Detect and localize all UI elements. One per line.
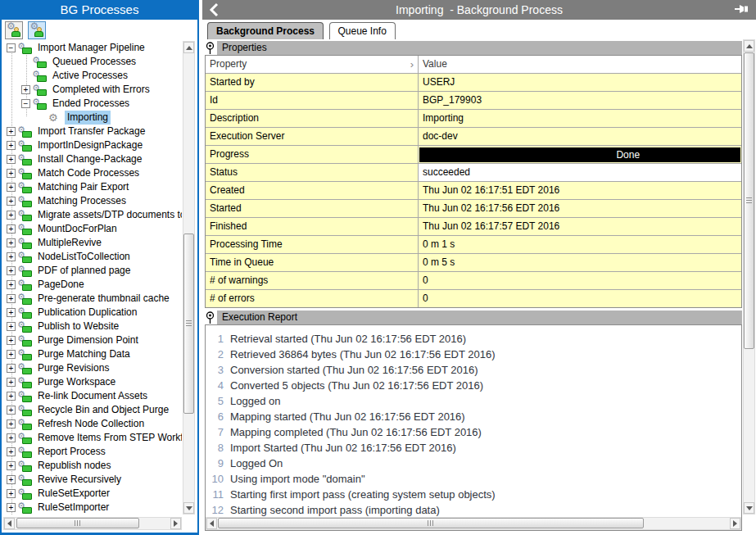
property-row[interactable]: # of errors0 (206, 289, 741, 307)
expand-expander-icon[interactable]: + (7, 392, 16, 401)
tree-item[interactable]: +⚙Install Change-Package (3, 152, 182, 166)
tree-item-label[interactable]: RuleSetImporter (35, 501, 111, 515)
column-header-value[interactable]: Value (419, 56, 741, 73)
tree-item[interactable]: +⚙Matching Processes (3, 194, 182, 208)
tree-item-label[interactable]: MultipleRevive (35, 236, 104, 250)
tree-item-label[interactable]: Publication Duplication (35, 306, 139, 320)
tree-item-label[interactable]: Remove Items From STEP Workflow (35, 431, 182, 445)
tree-item-label[interactable]: PageDone (35, 278, 87, 292)
tree-item[interactable]: +⚙Migrate assets/DTP documents to the (3, 208, 182, 222)
tree-item[interactable]: +⚙Refresh Node Collection (3, 417, 182, 431)
tree-item-label[interactable]: Matching Pair Export (35, 180, 131, 194)
tree-item[interactable]: +⚙Republish nodes (3, 459, 182, 473)
property-row[interactable]: IdBGP_179903 (206, 91, 741, 109)
tree-item[interactable]: +⚙Remove Items From STEP Workflow (3, 431, 182, 445)
tree-hscroll-thumb[interactable] (16, 518, 139, 528)
tree-item-label[interactable]: ImportInDesignPackage (35, 138, 145, 152)
expand-expander-icon[interactable]: + (7, 419, 16, 428)
tree-item[interactable]: +⚙MountDocForPlan (3, 222, 182, 236)
tree-item-label[interactable]: Refresh Node Collection (35, 417, 147, 431)
filter-my-processes-button[interactable]: ⚙ (5, 21, 23, 39)
tree-item[interactable]: +⚙ImportInDesignPackage (3, 138, 182, 152)
tree-item-label[interactable]: Purge Dimension Point (35, 333, 141, 347)
tree-item-label[interactable]: Migrate assets/DTP documents to the (35, 208, 182, 222)
tree-item-label[interactable]: Import Transfer Package (35, 125, 147, 138)
property-row[interactable]: Started byUSERJ (206, 73, 741, 91)
tree-item[interactable]: ⚙Active Processes (3, 69, 182, 83)
tree-item-label[interactable]: Queued Processes (50, 55, 138, 69)
tree-item[interactable]: +⚙Pre-generate thumbnail cache (3, 292, 182, 306)
scroll-down-button[interactable] (183, 502, 194, 514)
scroll-up-button[interactable] (183, 42, 194, 53)
expand-expander-icon[interactable]: + (7, 433, 16, 442)
expand-expander-icon[interactable]: + (7, 266, 16, 275)
tree-item[interactable]: ⚙Queued Processes (3, 55, 182, 69)
expand-expander-icon[interactable]: + (7, 503, 16, 512)
expand-expander-icon[interactable]: + (7, 364, 16, 373)
tree-item[interactable]: +⚙Revive Recursively (3, 473, 182, 487)
tree-item-label[interactable]: Importing (65, 111, 111, 125)
tree-vscroll-thumb[interactable] (183, 233, 194, 414)
expand-expander-icon[interactable]: + (7, 238, 16, 247)
tree-item-label[interactable]: Re-link Document Assets (35, 389, 150, 403)
expand-expander-icon[interactable]: + (7, 336, 16, 345)
property-row[interactable]: FinishedThu Jun 02 16:17:57 EDT 2016 (206, 217, 741, 235)
scroll-down-button[interactable] (744, 502, 754, 514)
tree-item[interactable]: +⚙Publish to Website (3, 320, 182, 333)
expand-expander-icon[interactable]: + (7, 308, 16, 317)
tree-item[interactable]: +⚙Purge Revisions (3, 361, 182, 375)
tree-item[interactable]: +⚙Match Code Processes (3, 166, 182, 180)
column-header-property[interactable]: Property › (206, 56, 419, 73)
tree-item-label[interactable]: NodeListToCollection (35, 250, 133, 264)
section-pin-icon[interactable] (205, 41, 217, 55)
report-hscroll-thumb[interactable] (218, 518, 644, 528)
property-row[interactable]: Time in Queue0 m 5 s (206, 253, 741, 271)
tab-queue-info[interactable]: Queue Info (329, 22, 396, 39)
report-horizontal-scrollbar[interactable] (206, 517, 741, 530)
tree-item-label[interactable]: Purge Revisions (35, 361, 111, 375)
tree-item[interactable]: −⚙Import Manager Pipeline (3, 41, 182, 55)
detail-vertical-scrollbar[interactable] (743, 39, 755, 515)
section-pin-icon[interactable] (205, 311, 217, 324)
property-row[interactable]: Execution Serverdoc-dev (206, 127, 741, 145)
property-row[interactable]: Statussucceeded (206, 163, 741, 181)
expand-expander-icon[interactable]: + (7, 322, 16, 331)
show-all-processes-button[interactable]: ⚙ (28, 21, 46, 39)
property-row[interactable]: DescriptionImporting (206, 109, 741, 127)
scroll-right-button[interactable] (170, 518, 181, 529)
collapse-expander-icon[interactable]: − (7, 43, 16, 52)
expand-expander-icon[interactable]: + (7, 155, 16, 164)
property-row[interactable]: Processing Time0 m 1 s (206, 235, 741, 253)
property-row[interactable]: # of warnings0 (206, 271, 741, 289)
expand-expander-icon[interactable]: + (7, 141, 16, 150)
expand-expander-icon[interactable]: + (7, 169, 16, 178)
tree-item-label[interactable]: Completed with Errors (50, 83, 152, 97)
expand-expander-icon[interactable]: + (7, 447, 16, 456)
tree-item[interactable]: +⚙PageDone (3, 278, 182, 292)
tree-item-label[interactable]: Active Processes (50, 69, 130, 83)
property-row[interactable]: StartedThu Jun 02 16:17:56 EDT 2016 (206, 199, 741, 217)
pushpin-icon[interactable] (735, 3, 749, 15)
tree-item-label[interactable]: Purge Workspace (35, 375, 118, 389)
tree-item[interactable]: +⚙RuleSetImporter (3, 501, 182, 515)
property-row[interactable]: CreatedThu Jun 02 16:17:51 EDT 2016 (206, 181, 741, 199)
expand-expander-icon[interactable]: + (7, 350, 16, 359)
tree-item[interactable]: −⚙Ended Processes (3, 97, 182, 111)
collapse-expander-icon[interactable]: − (21, 99, 30, 108)
expand-expander-icon[interactable]: + (7, 461, 16, 470)
expand-expander-icon[interactable]: + (7, 475, 16, 484)
tree-item-label[interactable]: Match Code Processes (35, 166, 142, 180)
tree-item-label[interactable]: Pre-generate thumbnail cache (35, 292, 172, 306)
tree-item[interactable]: +⚙Recycle Bin and Object Purge (3, 403, 182, 417)
tree-item[interactable]: +⚙NodeListToCollection (3, 250, 182, 264)
tree-item-label[interactable]: Revive Recursively (35, 473, 124, 487)
scroll-up-button[interactable] (744, 40, 754, 52)
tree-item[interactable]: +⚙PDF of planned page (3, 264, 182, 278)
expand-expander-icon[interactable]: + (7, 280, 16, 289)
tree-item[interactable]: +⚙Completed with Errors (3, 83, 182, 97)
expand-expander-icon[interactable]: + (7, 252, 16, 261)
scroll-left-button[interactable] (4, 518, 15, 529)
tree-item-label[interactable]: Import Manager Pipeline (35, 41, 147, 55)
tree-item-label[interactable]: RuleSetExporter (35, 487, 112, 501)
tree-item[interactable]: +⚙Purge Dimension Point (3, 333, 182, 347)
